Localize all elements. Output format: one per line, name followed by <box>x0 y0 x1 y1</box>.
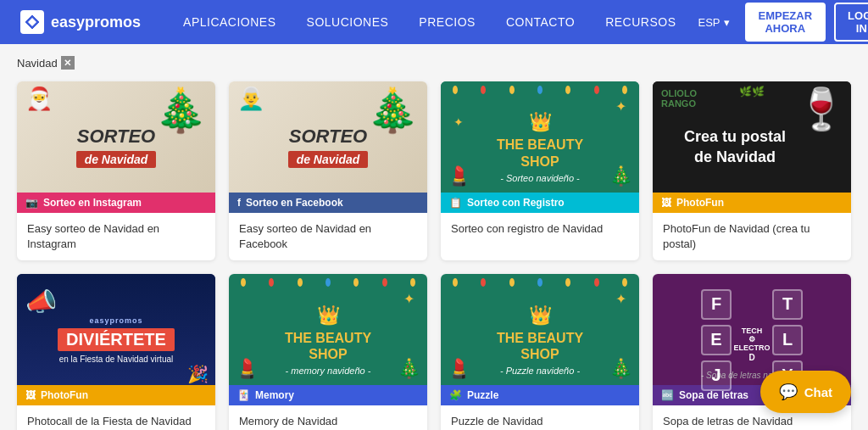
lights-decoration <box>441 86 639 94</box>
nav-links: APLICACIONES SOLUCIONES PRECIOS CONTACTO… <box>168 0 691 44</box>
photofun2-icon: 🖼 <box>25 389 36 401</box>
beauty-title: THE BEAUTY SHOP <box>497 137 583 169</box>
logo-icon <box>20 10 44 34</box>
card-title-3: Sorteo con registro de Navidad <box>441 213 639 245</box>
nav-aplicaciones[interactable]: APLICACIONES <box>168 0 291 44</box>
card-title-4: PhotoFun de Navidad (crea tu postal) <box>653 213 851 260</box>
instagram-icon: 📷 <box>25 197 38 209</box>
chat-icon: 💬 <box>779 383 798 401</box>
card-image-7: 👑 THE BEAUTYSHOP - Puzzle navideño - 💄 🎄… <box>441 274 639 405</box>
main-content: Navidad ✕ SORTEO de Navidad 🎄 🎅 📷 Sorteo… <box>0 44 868 430</box>
photofun-icon: 🖼 <box>661 197 671 209</box>
card-image-1: SORTEO de Navidad 🎄 🎅 📷 Sorteo en Instag… <box>17 81 215 213</box>
card-title-5: Photocall de la Fiesta de Navidad (Photo… <box>17 405 215 430</box>
card-memory[interactable]: 👑 THE BEAUTYSHOP - memory navideño - 💄 🎄… <box>229 274 427 430</box>
badge-5: 🖼 PhotoFun <box>17 385 215 405</box>
card-image-6: 👑 THE BEAUTYSHOP - memory navideño - 💄 🎄… <box>229 274 427 405</box>
card-sorteo-instagram[interactable]: SORTEO de Navidad 🎄 🎅 📷 Sorteo en Instag… <box>17 81 215 260</box>
card-title-7: Puzzle de Navidad <box>441 405 639 430</box>
megaphone-icon: 📣 <box>25 287 57 316</box>
card-title-1: Easy sorteo de Navidad en Instagram <box>17 213 215 260</box>
lights-2 <box>229 278 427 287</box>
nav-recursos[interactable]: RECURSOS <box>590 0 691 44</box>
sopa-icon: 🔤 <box>661 389 674 401</box>
filter-tag-label: Navidad <box>17 57 58 70</box>
logo-text: easypromos <box>51 14 141 31</box>
nav-soluciones[interactable]: SOLUCIONES <box>292 0 404 44</box>
nav-contacto[interactable]: CONTACTO <box>491 0 590 44</box>
card-image-3: 👑 THE BEAUTY SHOP - Sorteo navideño - 💄 … <box>441 81 639 213</box>
memory-icon: 🃏 <box>237 389 250 401</box>
card-sorteo-facebook[interactable]: SORTEO de Navidad 🎄 👨‍🦳 f Sorteo en Face… <box>229 81 427 260</box>
filter-bar: Navidad ✕ <box>17 56 851 70</box>
filter-close-button[interactable]: ✕ <box>61 56 75 70</box>
card-puzzle[interactable]: 👑 THE BEAUTYSHOP - Puzzle navideño - 💄 🎄… <box>441 274 639 430</box>
card-photofun-postal[interactable]: OLIOLORANGO Crea tu postalde Navidad 🍷 🌿… <box>653 81 851 260</box>
tree-icon-2: 🎄 <box>366 86 419 135</box>
nav-precios[interactable]: PRECIOS <box>403 0 491 44</box>
registro-icon: 📋 <box>449 197 462 209</box>
card-photocall[interactable]: 📣 easypromos DIVIÉRTETE en la Fiesta de … <box>17 274 215 430</box>
badge-4: 🖼 PhotoFun <box>653 193 851 213</box>
logo[interactable]: easypromos <box>20 10 141 34</box>
badge-7: 🧩 Puzzle <box>441 385 639 405</box>
card-sorteo-registro[interactable]: 👑 THE BEAUTY SHOP - Sorteo navideño - 💄 … <box>441 81 639 260</box>
card-title-2: Easy sorteo de Navidad en Facebook <box>229 213 427 260</box>
chat-button[interactable]: 💬 Chat <box>760 371 851 413</box>
badge-2: f Sorteo en Facebook <box>229 193 427 213</box>
badge-3: 📋 Sorteo con Registro <box>441 193 639 213</box>
login-button[interactable]: LOG-IN <box>834 3 868 42</box>
card-image-2: SORTEO de Navidad 🎄 👨‍🦳 f Sorteo en Face… <box>229 81 427 213</box>
nav-right: ESP ▾ EMPEZAR AHORA LOG-IN <box>692 3 869 42</box>
crown-icon: 👑 <box>529 111 552 133</box>
postal-text: Crea tu postalde Navidad <box>676 127 828 167</box>
beauty-sub: - Sorteo navideño - <box>500 173 580 183</box>
cards-grid: SORTEO de Navidad 🎄 🎅 📷 Sorteo en Instag… <box>17 81 851 430</box>
chevron-down-icon: ▾ <box>724 16 730 29</box>
card-image-5: 📣 easypromos DIVIÉRTETE en la Fiesta de … <box>17 274 215 405</box>
puzzle-icon: 🧩 <box>449 389 462 401</box>
badge-6: 🃏 Memory <box>229 385 427 405</box>
facebook-icon: f <box>237 197 241 209</box>
empezar-ahora-button[interactable]: EMPEZAR AHORA <box>745 3 826 42</box>
language-selector[interactable]: ESP ▾ <box>692 16 737 29</box>
badge-1: 📷 Sorteo en Instagram <box>17 193 215 213</box>
lights-3 <box>441 278 639 287</box>
chat-label: Chat <box>804 385 832 399</box>
navigation: easypromos APLICACIONES SOLUCIONES PRECI… <box>0 0 868 44</box>
card-title-6: Memory de Navidad <box>229 405 427 430</box>
tree-icon: 🎄 <box>154 86 207 135</box>
card-image-4: OLIOLORANGO Crea tu postalde Navidad 🍷 🌿… <box>653 81 851 213</box>
filter-navidad: Navidad ✕ <box>17 56 75 70</box>
